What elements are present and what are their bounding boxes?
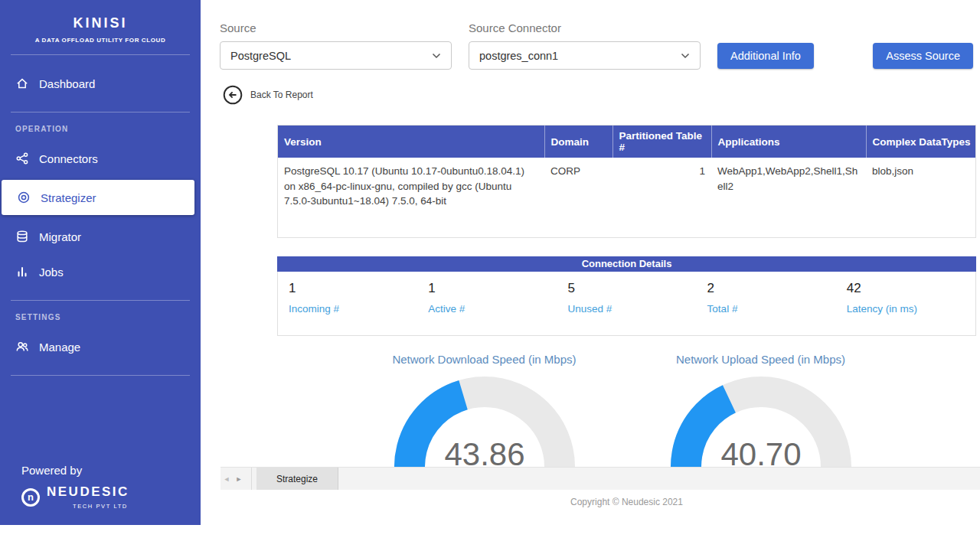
stat-incoming: 1 Incoming #: [278, 281, 417, 335]
brand-block: KINISI A DATA OFFLOAD UTILITY FOR CLOUD: [0, 0, 201, 44]
next-tab-arrow-icon[interactable]: ►: [233, 475, 245, 483]
gauge-title: Network Download Speed (in Mbps): [346, 353, 622, 366]
network-speed-charts: Network Download Speed (in Mbps) 43.86 N…: [346, 353, 899, 467]
stat-label: Incoming #: [289, 303, 417, 315]
source-label: Source: [220, 21, 452, 34]
sidebar-item-label: Jobs: [39, 266, 64, 279]
database-icon: [15, 230, 29, 243]
source-select[interactable]: PostgreSQL: [220, 41, 452, 70]
tab-strategize[interactable]: Strategize: [256, 468, 338, 490]
share-icon: [15, 152, 29, 165]
source-controls: Source PostgreSQL Source Connector postg…: [201, 0, 980, 70]
section-settings: SETTINGS: [0, 311, 201, 329]
powered-by-label: Powered by: [21, 464, 129, 477]
table-header-row: Version Domain Partitioned Table # Appli…: [278, 126, 976, 158]
download-speed-gauge: Network Download Speed (in Mbps) 43.86: [346, 353, 622, 467]
sidebar-item-label: Manage: [39, 341, 80, 354]
stat-value: 1: [289, 281, 417, 296]
sidebar-item-jobs[interactable]: Jobs: [0, 254, 201, 289]
stat-value: 1: [428, 281, 557, 296]
sidebar-item-label: Migrator: [39, 230, 81, 243]
gauge-chart: 40.70: [669, 369, 853, 467]
main-content: Source PostgreSQL Source Connector postg…: [201, 0, 980, 525]
target-icon: [17, 191, 31, 204]
sidebar-item-dashboard[interactable]: Dashboard: [0, 66, 201, 101]
gauge-value: 43.86: [444, 436, 524, 467]
chevron-down-icon: [681, 53, 690, 59]
neudesic-subtext: TECH PVT LTD: [47, 503, 129, 510]
back-to-report-label: Back To Report: [250, 90, 313, 100]
bar-chart-icon: [15, 265, 29, 279]
cell-applications: WebApp1,WebApp2,Shell1,Shell2: [711, 158, 866, 215]
source-field: Source PostgreSQL: [220, 21, 452, 70]
stat-label: Unused #: [567, 303, 696, 315]
home-icon: [15, 77, 29, 90]
neudesic-logo-icon: n: [21, 488, 40, 507]
neudesic-wordmark: NEUDESIC: [47, 484, 129, 500]
cell-partitioned: 1: [612, 158, 711, 215]
source-select-value: PostgreSQL: [230, 50, 291, 62]
sidebar-item-label: Strategizer: [41, 191, 96, 204]
gauge-title: Network Upload Speed (in Mbps): [622, 353, 899, 366]
column-header-domain: Domain: [544, 126, 612, 158]
column-header-partitioned: Partitioned Table #: [612, 126, 711, 158]
version-table: Version Domain Partitioned Table # Appli…: [277, 125, 976, 238]
stat-total: 2 Total #: [697, 281, 836, 335]
sidebar-divider: [11, 112, 190, 112]
column-header-complex-datatypes: Complex DataTypes: [866, 126, 976, 158]
column-header-version: Version: [278, 126, 544, 158]
column-header-applications: Applications: [711, 126, 866, 158]
sidebar-item-migrator[interactable]: Migrator: [0, 219, 201, 254]
stat-value: 42: [847, 281, 975, 296]
sidebar-footer: Powered by n NEUDESIC TECH PVT LTD: [21, 464, 129, 510]
gauge-chart: 43.86: [393, 369, 577, 467]
cell-complex-datatypes: blob,json: [866, 158, 976, 215]
sidebar-item-manage[interactable]: Manage: [0, 329, 201, 364]
stat-unused: 5 Unused #: [557, 281, 696, 335]
app-title: KINISI: [0, 15, 201, 31]
stat-active: 1 Active #: [417, 281, 557, 335]
neudesic-logo: n NEUDESIC TECH PVT LTD: [21, 484, 129, 510]
sidebar-divider: [11, 54, 190, 55]
source-connector-select[interactable]: postgres_conn1: [469, 41, 701, 70]
chevron-down-icon: [432, 53, 441, 59]
sidebar: KINISI A DATA OFFLOAD UTILITY FOR CLOUD …: [0, 0, 201, 525]
source-connector-select-value: postgres_conn1: [479, 50, 558, 62]
section-operation: OPERATION: [0, 123, 201, 141]
back-to-report-button[interactable]: Back To Report: [223, 85, 980, 105]
upload-speed-gauge: Network Upload Speed (in Mbps) 40.70: [622, 353, 899, 467]
connection-details: Connection Details 1 Incoming # 1 Active…: [277, 256, 976, 336]
users-icon: [15, 340, 29, 354]
connection-details-stats: 1 Incoming # 1 Active # 5 Unused # 2 Tot…: [277, 272, 976, 336]
cell-domain: CORP: [544, 158, 612, 215]
gauge-value: 40.70: [720, 436, 801, 467]
connection-details-title: Connection Details: [277, 256, 976, 272]
stat-latency: 42 Latency (in ms): [836, 281, 975, 335]
sidebar-divider: [11, 300, 190, 301]
sidebar-item-strategizer[interactable]: Strategizer: [2, 180, 194, 215]
cell-version: PostgreSQL 10.17 (Ubuntu 10.17-0ubuntu0.…: [278, 158, 544, 215]
sidebar-item-label: Dashboard: [39, 77, 95, 90]
assessment-report: Version Domain Partitioned Table # Appli…: [277, 125, 976, 238]
stat-value: 2: [707, 281, 836, 296]
source-connector-label: Source Connector: [469, 21, 701, 34]
report-tab-bar: ◄ ► Strategize: [220, 467, 980, 490]
sidebar-divider: [11, 375, 190, 376]
stat-label: Total #: [707, 303, 836, 315]
app-window: KINISI A DATA OFFLOAD UTILITY FOR CLOUD …: [0, 0, 980, 525]
sidebar-item-label: Connectors: [39, 152, 98, 165]
additional-info-button[interactable]: Additional Info: [717, 43, 814, 69]
sidebar-item-connectors[interactable]: Connectors: [0, 141, 201, 176]
app-tagline: A DATA OFFLOAD UTILITY FOR CLOUD: [0, 37, 201, 44]
stat-label: Latency (in ms): [847, 303, 975, 315]
back-arrow-icon: [223, 85, 243, 105]
stat-value: 5: [567, 281, 696, 296]
table-row: PostgreSQL 10.17 (Ubuntu 10.17-0ubuntu0.…: [278, 158, 976, 215]
report-scroll-area: Source PostgreSQL Source Connector postg…: [201, 0, 980, 467]
source-connector-field: Source Connector postgres_conn1: [469, 21, 701, 70]
assess-source-button[interactable]: Assess Source: [873, 43, 973, 69]
prev-tab-arrow-icon[interactable]: ◄: [220, 475, 233, 483]
stat-label: Active #: [428, 303, 557, 315]
tab-divider: [251, 468, 252, 490]
copyright-text: Copyright © Neudesic 2021: [277, 497, 976, 507]
